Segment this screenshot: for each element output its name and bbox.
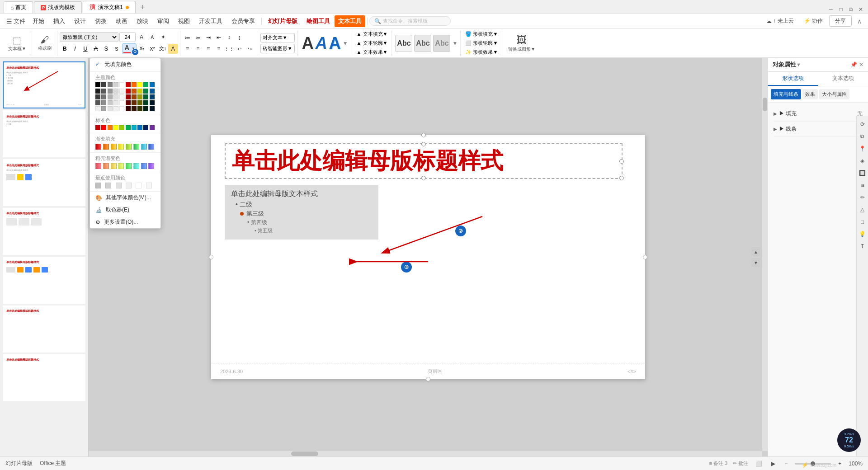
increase-font-button[interactable]: A — [137, 32, 146, 42]
view-normal[interactable]: ⬜ — [754, 460, 764, 468]
share-button[interactable]: 分享 — [829, 15, 852, 27]
doc-tab[interactable]: 演 演示文稿1 — [83, 1, 136, 13]
slide-thumb-3[interactable]: 3 单击此处编辑母版标题样式 单击此处编辑母版文本样式 — [3, 159, 85, 206]
cloud-button[interactable]: ☁ ↑ 未上云 — [763, 16, 797, 26]
align-left-button[interactable]: ≡ — [183, 44, 193, 54]
text-fill-button[interactable]: ▲ 文本填充▼ — [355, 30, 389, 38]
right-icon-10[interactable]: 💡 — [858, 229, 868, 239]
slide-thumb-1[interactable]: 1 单击此处编辑母版标题样式 单击此处编辑母版文本样式• 二级• 第三级 · 第… — [3, 61, 85, 108]
menu-start[interactable]: 开始 — [28, 15, 49, 27]
style-a2[interactable]: A — [316, 35, 327, 52]
theme-color-3[interactable] — [108, 82, 113, 87]
template-tab[interactable]: P 找版壳模板 — [34, 1, 82, 13]
no-fill-option[interactable]: ✓ 无填充颜色 — [90, 58, 160, 70]
format-painter-button[interactable]: 🖌 格式刷 — [35, 34, 54, 52]
window-minimize[interactable]: ─ — [827, 6, 835, 13]
bold-button[interactable]: B — [60, 44, 70, 54]
clear-format-button[interactable]: ✦ — [158, 32, 168, 42]
slide-thumb-6[interactable]: 6 单击此处编辑母版标题样式 — [3, 306, 85, 352]
menu-slideshow[interactable]: 放映 — [132, 15, 153, 27]
font-size-input[interactable]: 24 — [119, 32, 136, 42]
slide-thumb-5[interactable]: 5 单击此处编辑母版标题样式 — [3, 257, 85, 304]
superscript-button[interactable]: X² — [147, 44, 157, 54]
strikethrough2-button[interactable]: S — [112, 44, 122, 54]
text-outline-button[interactable]: ▲ 文本轮廓▼ — [355, 39, 389, 47]
theme-color-1[interactable] — [95, 82, 100, 87]
right-panel-close[interactable]: ✕ — [859, 61, 863, 68]
new-tab-button[interactable]: + — [136, 1, 150, 13]
text-align-dropdown[interactable]: 对齐文本▼ — [260, 33, 295, 42]
style-a3[interactable]: A — [329, 35, 341, 52]
menu-review[interactable]: 审阅 — [153, 15, 174, 27]
menu-design[interactable]: 设计 — [70, 15, 90, 27]
subscript-button[interactable]: X₂ — [137, 44, 147, 54]
theme-color-6[interactable] — [126, 82, 131, 87]
right-icon-2[interactable]: ⧉ — [858, 132, 868, 141]
convert-to-image-button[interactable]: 🖼 转换成图形▼ — [505, 33, 538, 54]
distributed-button[interactable]: ⋮⋮ — [224, 44, 234, 54]
slide-thumb-2[interactable]: 2 单击此处编辑母版标题样式 单击此处编辑母版文本样式• 二级 — [3, 110, 85, 157]
style-a1[interactable]: A — [302, 35, 314, 52]
menu-transition[interactable]: 切换 — [90, 15, 111, 27]
fill-property[interactable]: ▶ ▶ 填充 无 — [774, 106, 863, 122]
align-center-button[interactable]: ≡ — [193, 44, 203, 54]
strikethrough-button[interactable]: A — [91, 44, 101, 54]
right-icon-5[interactable]: 🔲 — [858, 168, 868, 178]
collapse-icon[interactable]: ∧ — [854, 16, 864, 26]
window-restore[interactable]: □ — [837, 6, 844, 13]
menu-member[interactable]: 会员专享 — [227, 15, 259, 27]
scroll-down-button[interactable]: ▼ — [751, 258, 760, 267]
right-icon-6[interactable]: ≋ — [858, 180, 868, 190]
zoom-out-button[interactable]: − — [783, 460, 789, 468]
subtab-fill-line[interactable]: 填充与线条 — [771, 89, 801, 99]
menu-animation[interactable]: 动画 — [111, 15, 132, 27]
justify-button[interactable]: ≡ — [214, 44, 224, 54]
slide-thumb-4[interactable]: 4 单击此处编辑母版标题样式 — [3, 208, 85, 255]
slide-body[interactable]: 单击此处编辑母版文本样式 • 二级 第三级 • 第四级 • 第五级 — [225, 185, 378, 240]
slide-thumb-7[interactable]: 7 单击此处编辑母版标题样式 — [3, 354, 85, 401]
home-tab[interactable]: ⌂ 首页 — [4, 1, 33, 13]
theme-color-2[interactable] — [101, 82, 106, 87]
subtab-effect[interactable]: 效果 — [802, 89, 818, 99]
underline-button[interactable]: U — [80, 44, 90, 54]
theme-color-8[interactable] — [137, 82, 142, 87]
window-close[interactable]: ✕ — [857, 6, 864, 13]
shadow-button[interactable]: S — [101, 44, 111, 54]
menu-insert[interactable]: 插入 — [49, 15, 70, 27]
font-color-button[interactable]: A ▼ ① — [122, 43, 137, 54]
shape-outline-button[interactable]: ⬜ 形状轮廓▼ — [464, 39, 499, 47]
smart-shape-dropdown[interactable]: 砖智能图形▼ — [260, 44, 295, 53]
wordart-abc3[interactable]: Abc — [433, 35, 450, 52]
indent-increase-button[interactable]: ⇥ — [203, 33, 213, 42]
scroll-up-button[interactable]: ▲ — [751, 247, 760, 256]
textbox-button[interactable]: ⬚ 文本框▼ — [5, 34, 29, 53]
right-icon-4[interactable]: ◈ — [858, 156, 868, 166]
theme-color-10[interactable] — [150, 82, 155, 87]
tab-text-options[interactable]: 文本选项 — [818, 72, 868, 86]
subtab-size-prop[interactable]: 大小与属性 — [819, 89, 849, 99]
line-spacing-button[interactable]: ↕ — [224, 33, 234, 42]
hamburger-menu[interactable]: ☰ 文件 — [4, 15, 28, 27]
wordart-abc2[interactable]: Abc — [414, 35, 431, 52]
col-button[interactable]: ⫿ — [235, 33, 245, 42]
collab-button[interactable]: ⚡ 协作 — [800, 16, 826, 26]
search-command-input[interactable]: 🔍 查找命令、搜索模板 — [369, 16, 451, 26]
change-case-button[interactable]: 文↕ — [158, 44, 168, 54]
tab-shape-options[interactable]: 形状选项 — [768, 72, 818, 86]
theme-color-5[interactable] — [119, 82, 124, 87]
wordart-abc1[interactable]: Abc — [395, 35, 412, 52]
align-right-button[interactable]: ≡ — [203, 44, 213, 54]
text-effect-button[interactable]: ▲ 文本效果▼ — [355, 48, 389, 56]
more-styles-arrow[interactable]: ▼ — [343, 40, 348, 47]
eyedropper-option[interactable]: 🔬 取色器(E) — [90, 204, 160, 216]
font-name-select[interactable]: 微软雅黑 (正文) — [60, 32, 118, 42]
window-maximize[interactable]: ⧉ — [847, 6, 854, 13]
highlight-button[interactable]: A — [168, 44, 178, 54]
more-settings-option[interactable]: ⚙ 更多设置(O)... — [90, 216, 160, 228]
right-icon-8[interactable]: △ — [858, 205, 868, 215]
right-icon-9[interactable]: □ — [858, 217, 868, 227]
indent-decrease-button[interactable]: ⇤ — [214, 33, 224, 42]
wordart-more[interactable]: ▼ — [452, 40, 458, 47]
decrease-font-button[interactable]: A — [147, 32, 157, 42]
italic-button[interactable]: I — [70, 44, 80, 54]
